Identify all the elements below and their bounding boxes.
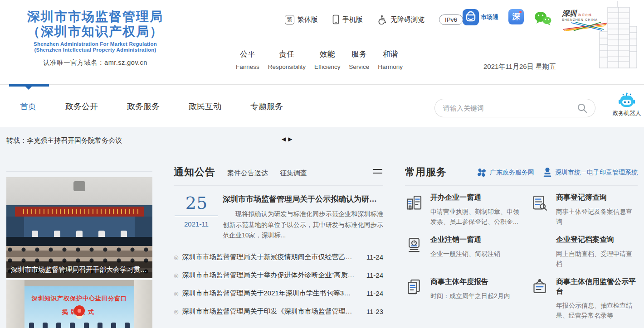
services-header: 常用服务 广东政务服务网 深圳市统一电子印章管理系统 (405, 165, 638, 186)
accessibility-label: 无障碍浏览 (390, 15, 424, 24)
site-logo[interactable]: 深圳市市场监督管理局 （深圳市知识产权局） Shenzhen Administr… (11, 9, 180, 67)
bullet-icon: ◎ (174, 272, 178, 279)
notice-row[interactable]: ◎ 深圳市市场监督管理局关于新冠疫情期间全市仅经营乙类非... 11-24 (174, 248, 383, 266)
report-doc-icon (405, 277, 423, 321)
notice-row[interactable]: ◎ 深圳市市场监督管理局关于举办促进体外诊断企业“高质量... 11-24 (174, 266, 383, 285)
service-desc: 年报公示信息、抽查检查结果、经营异常名录等 (556, 300, 638, 321)
shenzhen-logo-cn: 深圳 (562, 10, 576, 17)
featured-title-link[interactable]: 深圳市市场监督管理局关于公示拟确认为研发与标... (223, 194, 383, 204)
shenzhen-logo-red: 政府在线 (578, 14, 592, 17)
pinwheel-icon (476, 167, 487, 178)
mobile-version-link[interactable]: 手机版 (332, 14, 363, 24)
notice-date: 11-24 (366, 253, 383, 261)
market-app-label: 市场通 (481, 13, 498, 21)
news-photo-meeting[interactable]: 深圳市市场监督管理局召开干部大会学习贯彻党的十... (6, 177, 152, 278)
photo2-beam (24, 280, 134, 286)
value-en: Harmony (378, 63, 403, 70)
market-app-icon (463, 9, 479, 25)
services-panel: 常用服务 广东政务服务网 深圳市统一电子印章管理系统 (405, 165, 638, 320)
notices-more-icon[interactable] (373, 169, 382, 176)
featured-month: 2021-11 (174, 220, 219, 228)
service-title: 商事登记簿查询 (556, 193, 638, 203)
notices-tab-survey[interactable]: 征集调查 (280, 169, 307, 178)
news-ticker-link[interactable]: 转载：李克强主持召开国务院常务会议 (6, 136, 122, 145)
building-doc-icon (405, 193, 423, 227)
wechat-icon[interactable] (534, 11, 552, 26)
accessibility-link[interactable]: 无障碍浏览 (377, 14, 424, 24)
value-en: Service (349, 63, 369, 70)
gov-robot-button[interactable]: 政务机器人 (612, 92, 641, 117)
services-grid: 开办企业一窗通 申请营业执照、刻制印章、申领发票、员工参保登记、公积金... 商… (405, 186, 638, 320)
news-photo-ceremony[interactable]: 深圳知识产权保护中心盐田分窗口 揭牌仪式 (6, 280, 152, 328)
service-title: 商事主体年度报告 (430, 277, 510, 287)
notice-date: 11-24 (366, 271, 383, 279)
doc-search-icon (531, 193, 549, 227)
photo-column: 深圳市市场监督管理局召开干部大会学习贯彻党的十... 深圳知识产权保护中心盐田分… (6, 171, 152, 328)
nav-item-home[interactable]: 首页 (20, 101, 36, 112)
service-desc: 时间：成立周年之日起2月内 (430, 291, 510, 301)
featured-date-divider (175, 216, 218, 216)
logo-title-cn-2: （深圳市知识产权局） (11, 24, 180, 39)
value-responsibility: 责任 Responsibility (268, 49, 306, 70)
service-title: 企业登记档案查询 (556, 235, 638, 245)
notice-row[interactable]: ◎ 深圳市市场监督管理局关于2021年深圳市学生书包等3类产... 11-24 (174, 285, 383, 303)
featured-excerpt: 现将拟确认为研发与标准化同步示范企业和深圳标准创新示范基地的单位予以公示，其中研… (223, 209, 383, 241)
notices-tab-case-delivery[interactable]: 案件公告送达 (227, 169, 268, 178)
value-service: 服务 Service (349, 49, 369, 70)
nav-item-gov-services[interactable]: 政务服务 (127, 101, 160, 112)
featured-date-block: 25 2021-11 (174, 194, 219, 241)
service-registry-search[interactable]: 商事登记簿查询 商事主体登记及备案信息查询 (531, 193, 638, 227)
site-header: 深圳市市场监督管理局 （深圳市知识产权局） Shenzhen Administr… (0, 0, 644, 84)
logo-title-cn-1: 深圳市市场监督管理局 (11, 9, 180, 24)
gov-robot-label: 政务机器人 (612, 110, 641, 117)
service-desc: 网上自助查档、受理申请查档 (556, 249, 638, 269)
service-desc: 商事主体登记及备案信息查询 (556, 207, 638, 227)
traditional-chinese-icon: 繁 (285, 15, 294, 24)
notice-row[interactable]: ◎ 深圳市市场监督管理局关于印发《深圳市市场监督管理局商... 11-23 (174, 303, 383, 321)
gd-gov-service-link[interactable]: 广东政务服务网 (476, 167, 534, 178)
notice-date: 11-24 (366, 289, 383, 297)
nav-item-special-services[interactable]: 专题服务 (250, 101, 283, 112)
ticker-prev-icon[interactable]: ◀ (282, 136, 286, 142)
photo-projector (73, 181, 85, 191)
service-archive-search[interactable]: 企业登记档案查询 网上自助查档、受理申请查档 (531, 235, 638, 269)
search-input[interactable] (443, 104, 577, 112)
value-harmony: 和谐 Harmony (378, 49, 403, 70)
search-bar (434, 99, 595, 117)
service-company-setup[interactable]: 开办企业一窗通 申请营业执照、刻制印章、申领发票、员工参保登记、公积金... (405, 193, 524, 227)
sign-board-icon (531, 277, 549, 321)
service-credit-platform[interactable]: 商事主体信用监管公示平台 年报公示信息、抽查检查结果、经营异常名录等 (531, 277, 638, 321)
photo-caption[interactable]: 深圳市市场监督管理局召开干部大会学习贯彻党的十... (6, 261, 152, 278)
service-company-cancel[interactable]: 企业注销一窗通 企业一般注销、简易注销 (405, 235, 524, 269)
mobile-version-label: 手机版 (342, 15, 363, 24)
nav-item-interaction[interactable]: 政民互动 (189, 101, 221, 112)
ipv6-badge[interactable]: IPv6 (439, 14, 463, 25)
bullet-icon: ◎ (174, 254, 178, 260)
notices-panel: 通知公告 案件公告送达 征集调查 25 2021-11 深圳市市场监督管理局关于… (174, 165, 383, 321)
notices-tab-active[interactable]: 通知公告 (174, 165, 215, 179)
traditional-chinese-link[interactable]: 繁 繁体版 (285, 15, 318, 24)
service-annual-report[interactable]: 商事主体年度报告 时间：成立周年之日起2月内 (405, 277, 524, 321)
eseal-system-link[interactable]: 深圳市统一电子印章管理系统 (542, 168, 638, 178)
official-domain-note: 认准唯一官方域名：amr.sz.gov.cn (11, 58, 180, 67)
no-icon (531, 235, 549, 269)
power-device-icon (405, 235, 423, 269)
value-en: Efficiency (314, 63, 341, 70)
current-date: 2021年11月26日 星期五 (483, 63, 556, 71)
ishenzhen-app-icon[interactable]: 深 (508, 9, 524, 24)
gd-gov-service-label: 广东政务服务网 (490, 169, 534, 177)
page: 深圳市市场监督管理局 （深圳市知识产权局） Shenzhen Administr… (0, 0, 644, 328)
bullet-icon: ◎ (174, 290, 178, 297)
main-navbar: 首页 政务公开 政务服务 政民互动 专题服务 政务机器人 (0, 84, 644, 127)
value-cn: 公平 (236, 49, 259, 59)
value-cn: 效能 (314, 49, 341, 59)
ishenzhen-app-dot (519, 11, 522, 13)
notices-header: 通知公告 案件公告送达 征集调查 (174, 165, 383, 186)
nav-item-gov-disclosure[interactable]: 政务公开 (65, 101, 98, 112)
search-icon[interactable] (577, 103, 588, 114)
market-app-link[interactable]: 市场通 (463, 9, 498, 25)
photo-desk (6, 237, 152, 246)
featured-day: 25 (174, 194, 219, 212)
ticker-next-icon[interactable]: ▶ (288, 136, 292, 142)
photo2-people (24, 323, 134, 328)
